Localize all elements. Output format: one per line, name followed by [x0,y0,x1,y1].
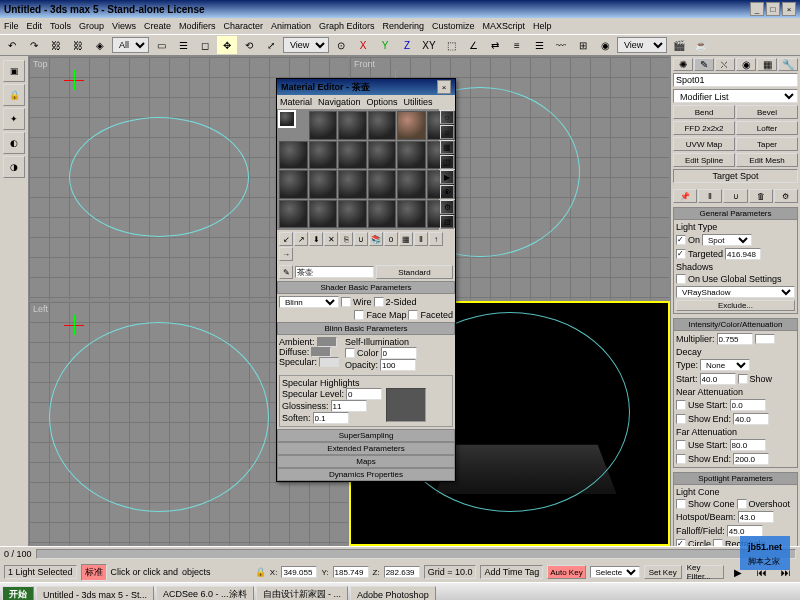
material-editor-window[interactable]: Material Editor - 茶壶 × Material Navigati… [276,78,456,482]
hierarchy-tab-icon[interactable]: ⛌ [715,58,735,71]
restrict-xy-button[interactable]: XY [419,36,439,54]
close-button[interactable]: × [782,2,796,16]
minimize-button[interactable]: _ [750,2,764,16]
shader-dropdown[interactable]: Blinn [279,296,339,308]
create-tab-icon[interactable]: ✺ [673,58,693,71]
material-slot[interactable] [368,170,397,199]
motion-tab-icon[interactable]: ◉ [736,58,756,71]
quick-render-button[interactable]: ☕ [691,36,711,54]
near-show-checkbox[interactable] [676,414,686,424]
rollout-header[interactable]: Intensity/Color/Attenuation [674,319,797,331]
align-button[interactable]: ≡ [507,36,527,54]
shadows-on-checkbox[interactable] [676,274,686,284]
menu-file[interactable]: File [4,21,19,31]
curve-editor-button[interactable]: 〰 [551,36,571,54]
menu-views[interactable]: Views [112,21,136,31]
editmesh-button[interactable]: Edit Mesh [736,153,798,167]
keymode-dropdown[interactable]: Selected [590,566,640,578]
layers-button[interactable]: ☰ [529,36,549,54]
tool2-icon[interactable]: ◑ [3,156,25,178]
render-scene-button[interactable]: 🎬 [669,36,689,54]
mat-menu-options[interactable]: Options [367,97,398,107]
material-slot[interactable] [338,170,367,199]
snap-button[interactable]: ⬚ [441,36,461,54]
targeted-checkbox[interactable] [676,249,686,259]
bind-button[interactable]: ◈ [90,36,110,54]
extended-params-rollout[interactable]: Extended Parameters [277,442,455,455]
menu-character[interactable]: Character [223,21,263,31]
lofter-button[interactable]: Lofter [736,121,798,135]
decay-type-dropdown[interactable]: None [700,359,750,371]
add-time-tag[interactable]: Add Time Tag [480,565,543,579]
preview-icon[interactable]: 👁 [440,185,454,199]
show-end-icon[interactable]: Ⅱ [414,232,428,246]
material-slot[interactable] [368,111,397,140]
material-name-input[interactable] [295,266,374,278]
task-acdsee[interactable]: ACDSee 6.0 - ...涂料 [156,586,254,601]
pick-icon[interactable]: ✎ [279,265,293,279]
show-map-icon[interactable]: ▦ [399,232,413,246]
specular-swatch[interactable] [319,357,339,367]
schematic-button[interactable]: ⊞ [573,36,593,54]
tool1-icon[interactable]: ◐ [3,132,25,154]
rotate-button[interactable]: ⟲ [239,36,259,54]
assign-icon[interactable]: ⬇ [309,232,323,246]
material-slot[interactable] [279,170,308,199]
make-copy-icon[interactable]: ⎘ [339,232,353,246]
selfillum-color-checkbox[interactable] [345,348,355,358]
move-button[interactable]: ✥ [217,36,237,54]
supersampling-rollout[interactable]: SuperSampling [277,429,455,442]
pin-stack-icon[interactable]: 📌 [673,189,697,203]
material-slot[interactable] [368,200,397,229]
render-preset[interactable]: View [617,37,667,53]
hotspot-input[interactable] [738,511,774,523]
select-name-button[interactable]: ☰ [173,36,193,54]
material-slot[interactable] [279,200,308,229]
material-editor-button[interactable]: ◉ [595,36,615,54]
mirror-button[interactable]: ⇄ [485,36,505,54]
show-result-icon[interactable]: Ⅱ [698,189,722,203]
scale-button[interactable]: ⤢ [261,36,281,54]
start-button[interactable]: 开始 [2,586,34,601]
selfillum-input[interactable] [381,347,417,359]
lock-icon[interactable]: 🔒 [3,84,25,106]
maps-rollout[interactable]: Maps [277,455,455,468]
overshoot-checkbox[interactable] [737,499,747,509]
menu-group[interactable]: Group [79,21,104,31]
time-slider[interactable] [36,549,796,559]
modifier-stack-item[interactable]: Target Spot [673,169,798,183]
material-slot[interactable] [397,170,426,199]
display-tab-icon[interactable]: ▦ [757,58,777,71]
unique-icon[interactable]: ∪ [723,189,747,203]
menu-help[interactable]: Help [533,21,552,31]
go-sibling-icon[interactable]: → [279,247,293,261]
menu-modifiers[interactable]: Modifiers [179,21,216,31]
mat-close-button[interactable]: × [437,80,451,94]
wire-checkbox[interactable] [341,297,351,307]
z-coord-input[interactable] [384,566,420,578]
center-button[interactable]: ⊙ [331,36,351,54]
mat-menu-navigation[interactable]: Navigation [318,97,361,107]
lock-selection-icon[interactable]: 🔒 [255,567,266,577]
far-show-checkbox[interactable] [676,454,686,464]
mat-id-icon[interactable]: 0 [384,232,398,246]
menu-maxscript[interactable]: MAXScript [483,21,526,31]
taper-button[interactable]: Taper [736,137,798,151]
opacity-input[interactable] [380,359,416,371]
task-3dsmax[interactable]: Untitled - 3ds max 5 - St... [36,586,154,601]
bend-button[interactable]: Bend [673,105,735,119]
material-slot[interactable] [309,111,338,140]
select-button[interactable]: ▭ [151,36,171,54]
near-start-input[interactable] [730,399,766,411]
restrict-x-button[interactable]: X [353,36,373,54]
far-start-input[interactable] [730,439,766,451]
faceted-checkbox[interactable] [408,310,418,320]
x-coord-input[interactable] [281,566,317,578]
light-type-dropdown[interactable]: Spot [702,234,752,246]
soften-input[interactable] [313,412,349,424]
material-type-button[interactable]: Standard [376,265,453,279]
utilities-tab-icon[interactable]: 🔧 [778,58,798,71]
showcone-checkbox[interactable] [676,499,686,509]
y-coord-input[interactable] [333,566,369,578]
ambient-swatch[interactable] [317,337,337,347]
